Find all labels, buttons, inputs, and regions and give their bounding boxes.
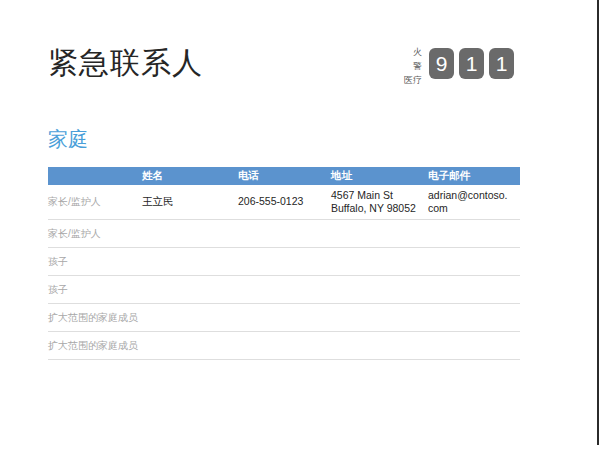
cell-name[interactable]: [142, 331, 238, 359]
table-row: 家长/监护人 王立民 206-555-0123 4567 Main St Buf…: [48, 185, 520, 219]
emergency-service-label-medical: 医疗: [397, 73, 422, 87]
table-row: 家长/监护人: [48, 219, 520, 247]
cell-name[interactable]: 王立民: [142, 185, 238, 219]
emergency-digit-tiles: 9 1 1: [429, 48, 514, 79]
emergency-911-module: 火 警 医疗 9 1 1: [397, 44, 514, 87]
column-header-name: 姓名: [142, 167, 238, 185]
row-label-child: 孩子: [48, 247, 142, 275]
table-header-row: 姓名 电话 地址 电子邮件: [48, 167, 520, 185]
emergency-service-labels: 火 警 医疗: [397, 44, 422, 87]
cell-address[interactable]: 4567 Main St Buffalo, NY 98052: [331, 185, 428, 219]
cell-phone[interactable]: [238, 275, 331, 303]
row-label-extended-family: 扩大范围的家庭成员: [48, 303, 142, 331]
cell-phone[interactable]: [238, 219, 331, 247]
column-header-phone: 电话: [238, 167, 331, 185]
cell-name[interactable]: [142, 303, 238, 331]
cell-phone[interactable]: [238, 303, 331, 331]
row-label-parent-guardian: 家长/监护人: [48, 185, 142, 219]
column-header-blank: [48, 167, 142, 185]
table-row: 扩大范围的家庭成员: [48, 331, 520, 359]
row-label-parent-guardian: 家长/监护人: [48, 219, 142, 247]
emergency-digit-tile-9: 9: [429, 48, 454, 79]
cell-email[interactable]: [428, 247, 520, 275]
row-label-extended-family: 扩大范围的家庭成员: [48, 331, 142, 359]
cell-email[interactable]: [428, 219, 520, 247]
cell-name[interactable]: [142, 219, 238, 247]
cell-email[interactable]: [428, 331, 520, 359]
cell-name[interactable]: [142, 247, 238, 275]
table-row: 扩大范围的家庭成员: [48, 303, 520, 331]
page-right-edge: [597, 0, 599, 445]
column-header-address: 地址: [331, 167, 428, 185]
cell-address[interactable]: [331, 331, 428, 359]
contacts-table: 姓名 电话 地址 电子邮件 家长/监护人 王立民 206-555-0123 45…: [48, 167, 520, 360]
emergency-digit-tile-1b: 1: [489, 48, 514, 79]
cell-phone[interactable]: 206-555-0123: [238, 185, 331, 219]
cell-email[interactable]: [428, 275, 520, 303]
cell-name[interactable]: [142, 275, 238, 303]
page-title: 紧急联系人: [48, 48, 203, 78]
emergency-digit-tile-1a: 1: [459, 48, 484, 79]
cell-address[interactable]: [331, 303, 428, 331]
cell-email[interactable]: adrian@contoso.com: [428, 185, 520, 219]
cell-address[interactable]: [331, 275, 428, 303]
row-label-child: 孩子: [48, 275, 142, 303]
emergency-service-label-police: 警: [397, 59, 422, 73]
section-heading-family: 家庭: [48, 129, 88, 149]
cell-phone[interactable]: [238, 247, 331, 275]
column-header-email: 电子邮件: [428, 167, 520, 185]
emergency-service-label-fire: 火: [397, 45, 422, 59]
table-row: 孩子: [48, 247, 520, 275]
cell-phone[interactable]: [238, 331, 331, 359]
table-row: 孩子: [48, 275, 520, 303]
cell-address[interactable]: [331, 219, 428, 247]
cell-address[interactable]: [331, 247, 428, 275]
cell-email[interactable]: [428, 303, 520, 331]
